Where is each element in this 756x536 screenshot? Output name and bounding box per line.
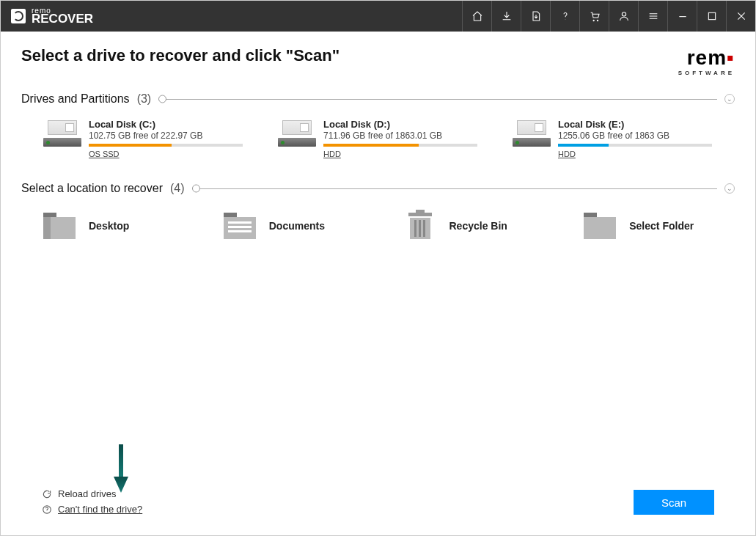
cant-find-drive-link[interactable]: Can't find the drive? [42,504,142,515]
maximize-button[interactable] [697,1,726,32]
help-circle-icon [42,504,52,515]
drive-usage-bar [89,144,243,147]
user-button[interactable] [609,1,638,32]
drive-usage-bar [558,144,712,147]
section-drives-count: (3) [137,92,152,106]
app-icon [11,9,26,23]
section-location-count: (4) [170,182,185,195]
drive-name: Local Disk (C:) [89,119,243,130]
locations-list: Desktop Documents Recycle Bin Select Fol… [43,213,735,239]
location-label: Recycle Bin [449,220,507,232]
drive-name: Local Disk (D:) [323,119,477,130]
chevron-down-icon[interactable]: ⌄ [724,94,735,104]
drive-icon [43,120,81,147]
location-documents[interactable]: Documents [224,213,375,239]
content-area: Select a drive to recover and click "Sca… [1,32,755,535]
footer: Reload drives Can't find the drive? Scan [21,484,735,525]
location-label: Documents [269,220,325,232]
location-select-folder[interactable]: Select Folder [584,213,735,239]
drive-icon [278,120,316,147]
drive-e[interactable]: Local Disk (E:) 1255.06 GB free of 1863 … [513,119,733,158]
page-title: Select a drive to recover and click "Sca… [21,46,340,65]
download-button[interactable] [491,1,521,32]
folder-icon [224,213,256,239]
export-button[interactable] [521,1,550,32]
reload-drives-button[interactable]: Reload drives [42,488,142,499]
location-desktop[interactable]: Desktop [43,213,194,239]
drive-c[interactable]: Local Disk (C:) 102.75 GB free of 222.97… [43,119,263,158]
section-drives-title: Drives and Partitions [21,92,130,106]
app-window: remo RECOVER Select a drive to recover a… [0,0,756,536]
section-location-title: Select a location to recover [21,182,163,195]
titlebar: remo RECOVER [1,1,755,32]
drive-free: 102.75 GB free of 222.97 GB [89,131,243,141]
minimize-button[interactable] [667,1,697,32]
section-divider [192,188,717,189]
drive-name: Local Disk (E:) [558,119,712,130]
drive-free: 711.96 GB free of 1863.01 GB [323,131,477,141]
brand: remo RECOVER [11,8,93,24]
menu-button[interactable] [638,1,667,32]
reload-icon [42,489,52,499]
brand-logo: rem▪ SOFTWARE [678,46,735,76]
section-divider [158,99,717,100]
help-button[interactable] [550,1,579,32]
svg-point-0 [622,12,625,16]
cart-button[interactable] [579,1,609,32]
drive-tags[interactable]: OS SSD [89,150,243,158]
close-button[interactable] [726,1,755,32]
location-label: Desktop [89,220,129,232]
drive-d[interactable]: Local Disk (D:) 711.96 GB free of 1863.0… [278,119,498,158]
brand-bottom: RECOVER [32,14,93,24]
trash-icon [404,213,436,239]
chevron-down-icon[interactable]: ⌄ [724,183,735,194]
drive-free: 1255.06 GB free of 1863 GB [558,131,712,141]
location-recycle-bin[interactable]: Recycle Bin [404,213,555,239]
location-label: Select Folder [629,220,694,232]
drive-tags[interactable]: HDD [323,150,477,158]
drive-usage-bar [323,144,477,147]
drives-list: Local Disk (C:) 102.75 GB free of 222.97… [43,119,735,158]
folder-icon [43,213,76,239]
drive-tags[interactable]: HDD [558,150,712,158]
folder-icon [584,213,616,239]
home-button[interactable] [462,1,491,32]
drive-icon [513,120,551,147]
titlebar-buttons [462,1,755,32]
svg-rect-1 [708,12,715,19]
scan-button[interactable]: Scan [634,490,714,515]
